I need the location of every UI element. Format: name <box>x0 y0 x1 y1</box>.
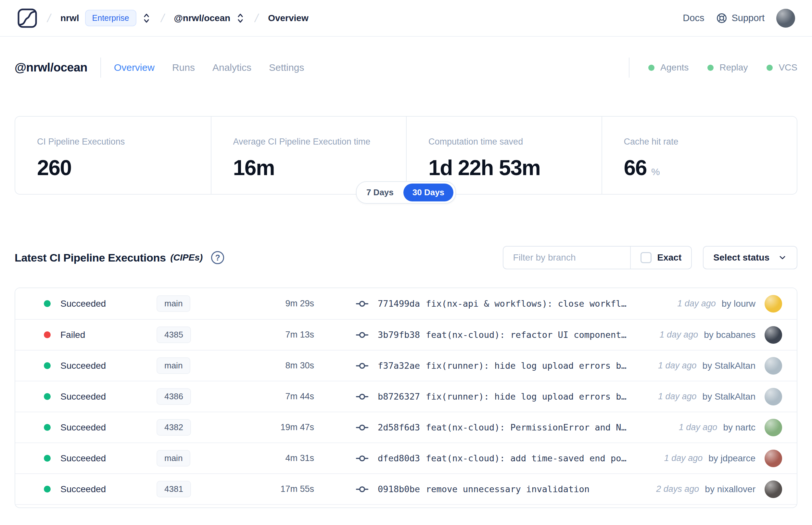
author-avatar[interactable] <box>765 480 782 498</box>
integration-replay[interactable]: Replay <box>707 62 748 73</box>
tab-runs[interactable]: Runs <box>172 62 195 73</box>
cipe-row[interactable]: Succeeded main 8m 30s f37a32aefix(runner… <box>15 350 797 381</box>
integration-vcs[interactable]: VCS <box>767 62 797 73</box>
status-dot-icon <box>44 331 51 338</box>
cipe-author: by StalkAltan <box>703 361 755 371</box>
status-select-dropdown[interactable]: Select status <box>703 246 797 269</box>
cipe-row[interactable]: Succeeded 4382 19m 47s 2d58f6d3feat(nx-c… <box>15 411 797 442</box>
branch-filter-group: Exact <box>503 246 692 269</box>
cipe-status: Succeeded <box>30 391 156 402</box>
org-selector-chevrons-icon[interactable] <box>142 13 151 24</box>
commit-text: b8726327fix(runner): hide log upload err… <box>378 391 627 402</box>
cipe-author: by nartc <box>723 422 755 433</box>
cipe-duration: 7m 44s <box>238 391 314 402</box>
breadcrumb-separator: / <box>254 11 260 25</box>
branch-badge: 4385 <box>156 327 191 343</box>
cipe-branch: 4382 <box>156 419 238 436</box>
divider <box>101 58 101 78</box>
workspace-header: @nrwl/ocean Overview Runs Analytics Sett… <box>15 57 797 78</box>
branch-badge: main <box>156 295 190 312</box>
stat-value: 1d 22h 53m <box>428 155 601 180</box>
cipe-row[interactable]: Succeeded main 9m 29s 771499dafix(nx-api… <box>15 288 797 319</box>
period-toggle: 7 Days 30 Days <box>356 181 456 204</box>
author-avatar[interactable] <box>765 326 782 344</box>
tab-settings[interactable]: Settings <box>269 62 304 73</box>
commit-message: fix(nx-api & workflows): close workfl… <box>426 299 627 309</box>
commit-text: 3b79fb38feat(nx-cloud): refactor UI comp… <box>378 330 627 340</box>
cipe-status: Succeeded <box>30 299 156 309</box>
stat-label: CI Pipeline Executions <box>37 137 211 147</box>
commit-message: remove unnecessary invalidation <box>426 484 589 494</box>
git-commit-icon <box>356 421 369 434</box>
cipe-status: Succeeded <box>30 453 156 464</box>
cipe-row[interactable]: Succeeded 4381 17m 55s 0918b0beremove un… <box>15 473 797 504</box>
cipe-meta: 1 day ago by StalkAltan <box>658 388 782 405</box>
cipe-title: Latest CI Pipeline Executions <box>15 252 166 264</box>
workspace-selector-chevrons-icon[interactable] <box>235 13 245 24</box>
author-avatar[interactable] <box>765 450 782 467</box>
status-dot-icon <box>707 65 714 71</box>
stat-unit: % <box>651 166 660 177</box>
user-avatar[interactable] <box>776 9 795 28</box>
branch-badge: main <box>156 450 190 466</box>
support-link[interactable]: Support <box>716 12 765 24</box>
commit-message: feat(nx-cloud): PermissionError and N… <box>426 422 627 432</box>
cipe-duration: 17m 55s <box>238 484 314 494</box>
cipe-duration: 9m 29s <box>238 299 314 309</box>
cipe-meta: 1 day ago by bcabanes <box>660 326 782 344</box>
integration-agents[interactable]: Agents <box>648 62 689 73</box>
exact-match-toggle[interactable]: Exact <box>631 246 691 269</box>
status-label: Failed <box>60 330 85 340</box>
commit-message: feat(nx-cloud): refactor UI component… <box>426 330 627 340</box>
cipe-branch: 4381 <box>156 481 238 497</box>
period-7-days-button[interactable]: 7 Days <box>357 183 403 201</box>
nx-cloud-logo-icon[interactable] <box>17 8 38 29</box>
cipe-commit: 2d58f6d3feat(nx-cloud): PermissionError … <box>314 421 679 434</box>
cipe-commit: dfed80d3feat(nx-cloud): add time-saved e… <box>314 452 664 465</box>
cipe-time: 1 day ago <box>677 299 716 309</box>
partial-row <box>15 504 797 508</box>
author-avatar[interactable] <box>765 419 782 436</box>
git-commit-icon <box>356 390 369 403</box>
cipe-author: by nixallover <box>705 484 755 494</box>
cipe-row[interactable]: Succeeded main 4m 31s dfed80d3feat(nx-cl… <box>15 442 797 473</box>
docs-link[interactable]: Docs <box>683 13 704 24</box>
tab-analytics[interactable]: Analytics <box>212 62 251 73</box>
cipe-duration: 8m 30s <box>238 361 314 371</box>
enterprise-badge[interactable]: Enterprise <box>85 10 136 26</box>
exact-checkbox[interactable] <box>641 252 652 263</box>
integration-label: Agents <box>660 62 689 73</box>
cipe-meta: 1 day ago by jdpearce <box>664 450 782 467</box>
branch-filter-input[interactable] <box>503 246 630 269</box>
git-commit-icon <box>356 328 369 342</box>
cipe-branch: main <box>156 295 238 312</box>
commit-text: dfed80d3feat(nx-cloud): add time-saved e… <box>378 453 627 463</box>
status-label: Succeeded <box>60 453 106 464</box>
cipe-row[interactable]: Succeeded 4386 7m 44s b8726327fix(runner… <box>15 381 797 411</box>
period-30-days-button[interactable]: 30 Days <box>403 183 454 201</box>
cipe-duration: 19m 47s <box>238 422 314 432</box>
breadcrumb-separator: / <box>46 11 52 25</box>
cipe-author: by StalkAltan <box>703 391 755 402</box>
breadcrumb-org[interactable]: nrwl <box>60 13 79 24</box>
author-avatar[interactable] <box>765 357 782 375</box>
breadcrumb-workspace[interactable]: @nrwl/ocean <box>174 13 231 24</box>
main-content: @nrwl/ocean Overview Runs Analytics Sett… <box>0 57 812 508</box>
cipe-author: by bcabanes <box>704 330 755 340</box>
git-commit-icon <box>356 297 369 310</box>
author-avatar[interactable] <box>765 295 782 313</box>
branch-badge: main <box>156 357 190 374</box>
help-icon[interactable] <box>211 251 224 264</box>
commit-hash: b8726327 <box>378 391 420 402</box>
cipe-branch: 4385 <box>156 327 238 343</box>
integration-status-list: Agents Replay VCS <box>629 58 797 78</box>
cipe-row[interactable]: Failed 4385 7m 13s 3b79fb38feat(nx-cloud… <box>15 319 797 350</box>
tab-overview[interactable]: Overview <box>114 62 155 73</box>
cipe-meta: 2 days ago by nixallover <box>656 480 782 498</box>
cipe-commit: 0918b0beremove unnecessary invalidation <box>314 483 656 496</box>
status-dot-icon <box>44 300 51 307</box>
commit-message: fix(runner): hide log upload errors b… <box>426 391 627 402</box>
cipe-commit: 771499dafix(nx-api & workflows): close w… <box>314 297 677 310</box>
author-avatar[interactable] <box>765 388 782 405</box>
commit-text: f37a32aefix(runner): hide log upload err… <box>378 361 627 371</box>
